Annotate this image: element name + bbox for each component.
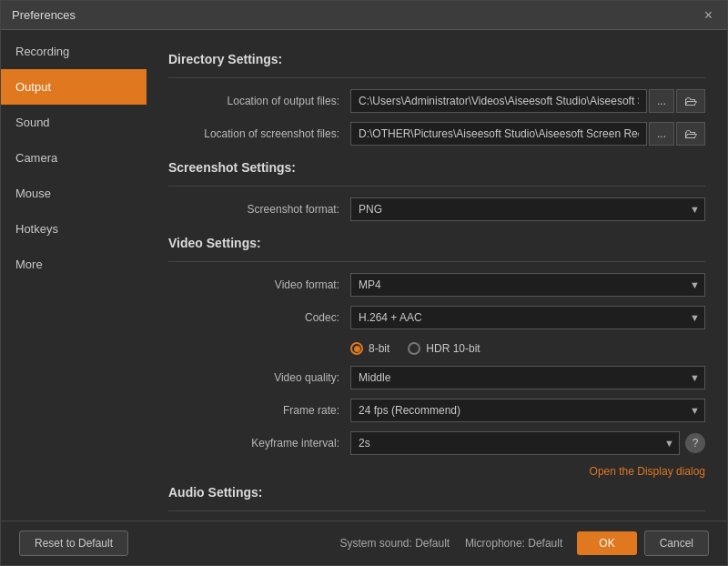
open-display-link[interactable]: Open the Display dialog <box>590 465 705 478</box>
framerate-label: Frame rate: <box>168 404 350 417</box>
video-quality-label: Video quality: <box>168 371 350 384</box>
video-codec-select[interactable]: H.264 + AAC H.265 + AAC MPEG4 + AAC <box>350 306 705 329</box>
framerate-select-wrapper: 15 fps 20 fps 24 fps (Recommend) 30 fps … <box>350 399 705 422</box>
video-quality-control: Low Middle High Lossless ▼ <box>350 366 705 389</box>
output-files-controls: ... 🗁 <box>350 89 705 113</box>
output-files-folder-button[interactable]: 🗁 <box>676 89 705 113</box>
dialog-body: Recording Output Sound Camera Mouse Hotk… <box>1 30 727 521</box>
microphone-value: Default <box>528 537 562 550</box>
radio-8bit[interactable]: 8-bit <box>350 342 389 355</box>
folder-icon-2: 🗁 <box>684 126 697 141</box>
ok-button[interactable]: OK <box>577 531 636 555</box>
footer-right: System sound: Default Microphone: Defaul… <box>339 531 709 556</box>
video-codec-select-wrapper: H.264 + AAC H.265 + AAC MPEG4 + AAC ▼ <box>350 306 705 329</box>
cancel-button[interactable]: Cancel <box>644 531 709 556</box>
audio-divider <box>168 510 705 511</box>
video-settings-title: Video Settings: <box>168 236 705 250</box>
output-files-dots-button[interactable]: ... <box>649 89 674 113</box>
content-area: Directory Settings: Location of output f… <box>147 30 727 521</box>
screenshot-files-folder-button[interactable]: 🗁 <box>676 122 705 146</box>
reset-button[interactable]: Reset to Default <box>19 531 128 556</box>
sidebar-item-more[interactable]: More <box>1 247 147 282</box>
output-files-input[interactable] <box>350 89 647 113</box>
system-sound-value: Default <box>415 537 450 550</box>
video-quality-select-wrapper: Low Middle High Lossless ▼ <box>350 366 705 389</box>
dialog-title: Preferences <box>12 8 76 22</box>
output-files-label: Location of output files: <box>168 95 350 107</box>
close-button[interactable]: × <box>701 6 716 25</box>
video-quality-row: Video quality: Low Middle High Lossless … <box>168 366 705 389</box>
sidebar-item-hotkeys[interactable]: Hotkeys <box>1 211 147 247</box>
screenshot-files-row: Location of screenshot files: ... 🗁 <box>168 122 705 146</box>
radio-hdr[interactable]: HDR 10-bit <box>408 342 480 355</box>
framerate-row: Frame rate: 15 fps 20 fps 24 fps (Recomm… <box>168 399 705 422</box>
folder-icon: 🗁 <box>684 94 697 108</box>
keyframe-select[interactable]: 1s 2s 3s 4s 5s <box>350 431 680 455</box>
video-divider <box>168 261 705 262</box>
keyframe-help-button[interactable]: ? <box>685 433 705 453</box>
microphone-label: Microphone: <box>465 537 525 550</box>
screenshot-format-row: Screenshot format: PNG JPG BMP ▼ <box>168 197 705 221</box>
video-format-row: Video format: MP4 MOV AVI WMV FLV ▼ <box>168 273 705 297</box>
open-display-container: Open the Display dialog <box>168 464 705 478</box>
video-format-label: Video format: <box>168 278 350 291</box>
sidebar-item-sound[interactable]: Sound <box>1 105 147 140</box>
radio-8bit-circle <box>350 342 363 355</box>
video-codec-row: Codec: H.264 + AAC H.265 + AAC MPEG4 + A… <box>168 306 705 329</box>
screenshot-files-dots-button[interactable]: ... <box>649 122 674 146</box>
video-format-select[interactable]: MP4 MOV AVI WMV FLV <box>350 273 705 297</box>
screenshot-format-control: PNG JPG BMP ▼ <box>350 197 705 221</box>
sidebar-item-camera[interactable]: Camera <box>1 140 147 176</box>
video-codec-control: H.264 + AAC H.265 + AAC MPEG4 + AAC ▼ <box>350 306 705 329</box>
screenshot-format-label: Screenshot format: <box>168 203 350 216</box>
radio-hdr-circle <box>408 342 420 355</box>
framerate-select[interactable]: 15 fps 20 fps 24 fps (Recommend) 30 fps … <box>350 399 705 422</box>
keyframe-row: Keyframe interval: 1s 2s 3s 4s 5s ▼ ? <box>168 431 705 455</box>
framerate-control: 15 fps 20 fps 24 fps (Recommend) 30 fps … <box>350 399 705 422</box>
video-quality-select[interactable]: Low Middle High Lossless <box>350 366 705 389</box>
sidebar-item-output[interactable]: Output <box>1 69 147 105</box>
system-sound-label: System sound: <box>339 537 411 550</box>
radio-hdr-label: HDR 10-bit <box>426 342 480 355</box>
video-format-select-wrapper: MP4 MOV AVI WMV FLV ▼ <box>350 273 705 297</box>
screenshot-files-label: Location of screenshot files: <box>168 127 350 140</box>
system-sound-info: System sound: Default Microphone: Defaul… <box>339 537 562 550</box>
sidebar-item-recording[interactable]: Recording <box>1 34 147 69</box>
keyframe-label: Keyframe interval: <box>168 437 350 450</box>
video-format-control: MP4 MOV AVI WMV FLV ▼ <box>350 273 705 297</box>
audio-settings-title: Audio Settings: <box>168 485 705 500</box>
radio-8bit-label: 8-bit <box>369 342 389 355</box>
bitdepth-radio-group: 8-bit HDR 10-bit <box>350 339 705 359</box>
output-files-row: Location of output files: ... 🗁 <box>168 89 705 113</box>
directory-settings-title: Directory Settings: <box>168 52 705 66</box>
screenshot-divider <box>168 186 705 187</box>
sidebar: Recording Output Sound Camera Mouse Hotk… <box>1 30 147 521</box>
preferences-dialog: Preferences × Recording Output Sound Cam… <box>0 0 728 566</box>
directory-divider <box>168 77 705 78</box>
screenshot-files-controls: ... 🗁 <box>350 122 705 146</box>
keyframe-control: 1s 2s 3s 4s 5s ▼ ? <box>350 431 705 455</box>
sidebar-item-mouse[interactable]: Mouse <box>1 176 147 211</box>
screenshot-format-select-wrapper: PNG JPG BMP ▼ <box>350 197 705 221</box>
keyframe-select-wrapper: 1s 2s 3s 4s 5s ▼ <box>350 431 680 455</box>
screenshot-format-select[interactable]: PNG JPG BMP <box>350 197 705 221</box>
title-bar: Preferences × <box>1 1 727 30</box>
screenshot-settings-title: Screenshot Settings: <box>168 160 705 175</box>
screenshot-files-input[interactable] <box>350 122 647 146</box>
footer: Reset to Default System sound: Default M… <box>1 521 727 565</box>
video-codec-label: Codec: <box>168 311 350 324</box>
